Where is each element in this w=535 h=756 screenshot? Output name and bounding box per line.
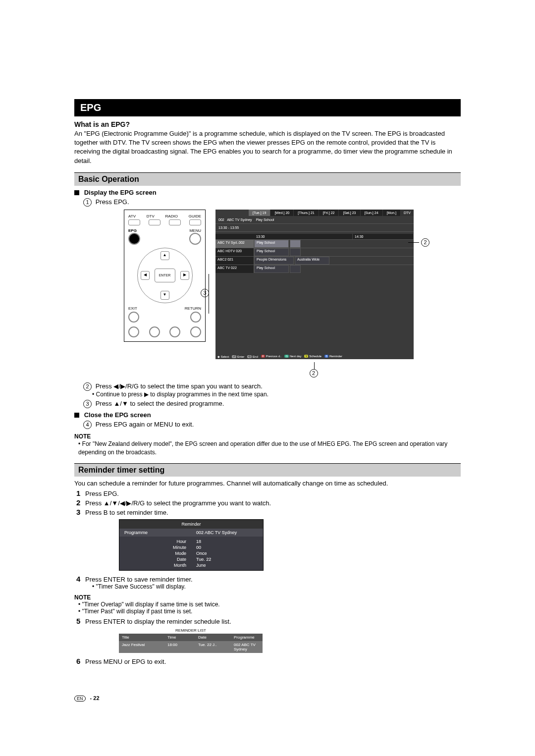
epg-programme-cell: Australia Wide (295, 257, 329, 265)
r-step-4: Press ENTER to save reminder timer. (85, 576, 193, 583)
epg-channel-cell: ABC2 021 (215, 257, 254, 265)
step-num-6: 6 (76, 657, 85, 665)
epg-key-select: Select (221, 355, 229, 358)
note-2b: "Timer Past" will display if past time i… (74, 608, 461, 615)
step-2-sub: Continue to press ▶ to display programme… (92, 391, 461, 398)
epg-row: ABC2 021 People Dimensions Australia Wid… (215, 256, 414, 265)
epg-day-tab: [Sat.] 23 (339, 210, 360, 216)
rlist-cell: Jazz Festival (119, 641, 164, 653)
reminder-field-label: Date (124, 556, 186, 562)
step-num-3: 3 (76, 508, 85, 516)
remote-btn (169, 219, 181, 225)
epg-channel-name: ABC TV Sydney (227, 218, 252, 221)
page-number: 22 (93, 695, 99, 701)
reminder-field-value: Tue. 22 (196, 556, 258, 562)
rlist-hdr: Programme (231, 634, 263, 641)
rlist-cell: 18:00 (164, 641, 195, 653)
epg-programme-name: Play School (256, 218, 274, 221)
remote-label-menu: MENU (189, 228, 201, 233)
step-3-text: Press ▲/▼ to select the desired programm… (96, 400, 224, 407)
epg-row: ABC TV Syd..002 Play School (215, 239, 414, 248)
step-num-2: 2 (76, 498, 85, 507)
epg-time-header: 14:30 (353, 234, 414, 239)
epg-row: ABC HDTV 020 Play School (215, 248, 414, 256)
step-3-icon: 3 (83, 400, 92, 408)
reminder-list-title: REMINDER LIST (119, 627, 263, 634)
r-step-3: Press B to set reminder time. (85, 509, 168, 516)
page-footer: EN - 22 (74, 695, 461, 702)
step-num-4: 4 (76, 575, 85, 583)
remote-epg-button (128, 233, 140, 245)
arrow-up-icon: ▲ (160, 251, 169, 260)
bullet-square-icon (74, 413, 79, 418)
reminder-field-label: Minute (124, 544, 186, 550)
epg-dtv-label: DTV (401, 210, 414, 216)
step-4-icon: 4 (83, 421, 92, 429)
reminder-field-value: 00 (196, 544, 258, 550)
remote-color-button (149, 326, 160, 337)
epg-programme-cell: Play School (254, 248, 289, 256)
remote-label-return: RETURN (185, 306, 201, 311)
callout-3-icon: 3 (201, 289, 209, 297)
heading-reminder-timer: Reminder timer setting (74, 463, 461, 477)
epg-row: ABC TV 022 Play School (215, 265, 414, 273)
remote-return-button (190, 312, 201, 323)
epg-footer: ◆ Select ⏎ Enter ⟲ End R Previous d.. G … (217, 355, 412, 358)
step-4-text: Press EPG again or MENU to exit. (96, 421, 194, 428)
remote-label-guide: GUIDE (189, 214, 201, 218)
step-num-1: 1 (76, 489, 85, 497)
epg-key-g: Next day (290, 355, 302, 358)
epg-time-header: 13:30 (254, 234, 353, 239)
reminder-dialog: Reminder Programme 002 ABC TV Sydney Hou… (119, 519, 264, 571)
remote-color-button (190, 326, 201, 337)
remote-enter-button: ENTER (155, 269, 175, 282)
epg-key-end: End (253, 355, 258, 358)
heading-what-is-epg: What is an EPG? (74, 120, 461, 128)
reminder-intro: You can schedule a reminder for future p… (74, 480, 461, 487)
step-2-text: Press ◀/▶/R/G to select the time span yo… (96, 382, 263, 390)
reminder-field-value: June (196, 562, 258, 568)
step-1-text: Press EPG. (96, 198, 129, 206)
epg-preview: [Tue.] 19 [Wed.] 20 [Thurs.] 21 [Fri.] 2… (215, 210, 414, 359)
remote-label-dtv: DTV (147, 214, 155, 218)
rlist-hdr: Title (119, 634, 164, 641)
epg-day-tab: [Mon.] (383, 210, 400, 216)
remote-color-button (169, 326, 180, 337)
remote-btn (149, 219, 160, 225)
page: EPG What is an EPG? An "EPG (Electronic … (0, 0, 535, 741)
epg-key-b: Reminder (329, 355, 342, 358)
epg-programme-cell (290, 265, 301, 273)
epg-programme-cell (290, 240, 301, 248)
r-step-1: Press EPG. (85, 490, 119, 497)
r-step-6: Press MENU or EPG to exit. (85, 658, 166, 665)
rlist-cell: 002 ABC TV Sydney (231, 641, 263, 653)
remote-label-radio: RADIO (165, 214, 178, 218)
remote-menu-button (189, 233, 201, 245)
note-heading: NOTE (74, 433, 461, 440)
heading-display-epg: Display the EPG screen (84, 189, 157, 196)
reminder-programme-value: 002 ABC TV Sydney (191, 529, 263, 537)
bullet-square-icon (74, 190, 79, 195)
remote-label-atv: ATV (128, 214, 136, 218)
epg-programme-cell: Play School (254, 240, 289, 248)
note-heading-2: NOTE (74, 594, 461, 601)
reminder-field-label: Mode (124, 550, 186, 556)
reminder-field-label: Month (124, 562, 186, 568)
reminder-programme-label: Programme (119, 529, 191, 537)
remote-color-button (128, 326, 139, 337)
lang-badge: EN (74, 696, 86, 702)
note-1-text: For "New Zealand delivery model", the EP… (74, 440, 461, 457)
callout-2b-icon: 2 (310, 369, 318, 378)
arrow-down-icon: ▼ (160, 291, 169, 300)
remote-btn (128, 219, 140, 225)
remote-illustration: ATV DTV RADIO GUIDE EPG MENU ▲ ▼ (124, 210, 206, 342)
paragraph-what-is-epg: An "EPG (Electronic Programme Guide)" is… (74, 129, 461, 165)
epg-day-tab: [Thurs.] 21 (294, 210, 318, 216)
epg-key-r: Previous d.. (266, 355, 282, 358)
arrow-left-icon: ◀ (141, 271, 150, 280)
epg-timespan: 13:30 - 13:55 (215, 224, 414, 232)
epg-key-enter: Enter (237, 355, 244, 358)
remote-label-epg: EPG (128, 228, 137, 233)
epg-key-y: Schedule (309, 355, 321, 358)
reminder-field-value: Once (196, 550, 258, 556)
